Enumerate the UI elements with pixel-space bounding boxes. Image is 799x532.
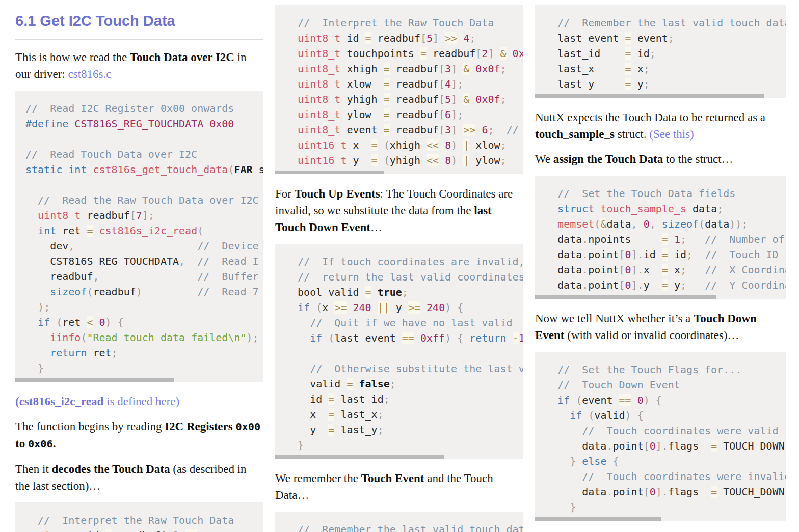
code-line: data.npoints = 1; // Number of touch poi…: [545, 232, 776, 247]
code-line: [25, 177, 253, 192]
code-line: uint8_t xlow = readbuf[4];: [285, 76, 513, 92]
text-run: to the struct…: [663, 153, 733, 165]
code-block-set-touch-flags[interactable]: // Set the Touch Flags for... // Touch D…: [535, 352, 786, 521]
heading-divider: [15, 39, 263, 40]
horizontal-scrollbar-thumb[interactable]: [15, 378, 174, 382]
nuttx-expects-paragraph: NuttX expects the Touch Data to be retur…: [535, 109, 786, 143]
code-line: // return the last valid coordinates: [285, 269, 513, 285]
code-line: // Read Touch Data over I2C: [25, 147, 253, 162]
code-line: last_id = id;: [545, 46, 776, 61]
bold-text: .: [53, 437, 56, 450]
code-line: // Read I2C Register 0x00 onwards: [25, 101, 253, 116]
code-line: if (ret < 0) {: [25, 315, 253, 330]
inline-link[interactable]: is defined here): [103, 395, 179, 408]
column-3: // Remember the last valid touch data la…: [535, 5, 786, 532]
code-line: }: [25, 360, 253, 376]
inline-link[interactable]: (See this): [649, 128, 694, 141]
text-run: For: [275, 187, 295, 200]
code-line: uint8_t readbuf[7];: [25, 208, 253, 223]
code-line: memset(&data, 0, sizeof(data));: [545, 216, 776, 232]
assign-paragraph: We assign the Touch Data to the struct…: [535, 151, 786, 167]
inline-link[interactable]: cst816s.c: [68, 68, 111, 80]
text-run: Now we tell NuttX whether it’s a: [535, 312, 694, 325]
code-line: data.point[0].flags = TOUCH_DOWN: [545, 484, 776, 499]
code-line: uint8_t touchpoints = readbuf[2] & 0x0f;: [285, 46, 513, 61]
code-line: // Set the Touch Flags for...: [545, 362, 776, 377]
code-line: // Interpret the Raw Touch Data: [25, 513, 253, 528]
inline-code: 0x06: [28, 438, 53, 450]
code-line: // If touch coordinates are invalid,: [285, 254, 513, 269]
horizontal-scrollbar-thumb[interactable]: [275, 455, 444, 459]
code-line: uint8_t id = readbuf[5] >> 4;: [25, 528, 253, 532]
code-line: readbuf, // Buffer: [25, 269, 253, 284]
code-block-remember-start[interactable]: // Remember the last valid touch data la…: [275, 512, 523, 532]
code-line: bool valid = true;: [285, 285, 513, 300]
horizontal-scrollbar-thumb[interactable]: [275, 171, 384, 174]
text-run: We remember the: [275, 472, 361, 485]
code-line: data.point[0].id = id; // Touch ID: [545, 247, 776, 262]
text-run: We: [535, 153, 553, 165]
code-line: if (event == 0) {: [545, 393, 776, 408]
code-line: if (x >= 240 || y >= 240) {: [285, 300, 513, 315]
horizontal-scrollbar-thumb[interactable]: [535, 517, 661, 521]
code-line: uint16_t y = (yhigh << 8) | ylow;: [285, 153, 513, 168]
code-line: uint8_t ylow = readbuf[6];: [285, 107, 513, 122]
code-line: struct touch_sample_s data;: [545, 201, 776, 216]
code-line: );: [25, 299, 253, 315]
code-block-interpret-start[interactable]: // Interpret the Raw Touch Data uint8_t …: [15, 502, 263, 532]
code-line: x = last_x;: [285, 407, 513, 422]
code-line: [25, 131, 253, 147]
remember-paragraph: We remember the Touch Event and the Touc…: [275, 470, 523, 503]
code-line: }: [545, 499, 776, 515]
then-decodes-paragraph: Then it decodes the Touch Data (as descr…: [15, 461, 263, 494]
code-line: valid = false;: [285, 376, 513, 391]
bold-text: to: [15, 437, 25, 450]
code-line: // Quit if we have no last valid: [285, 315, 513, 330]
code-line: // Read the Raw Touch Data over I2C: [25, 192, 253, 208]
code-line: return ret;: [25, 345, 253, 360]
text-run: (with valid or invalid coordinates)…: [565, 329, 739, 342]
code-block-invalid-coordinates[interactable]: // If touch coordinates are invalid, // …: [275, 244, 523, 459]
code-line: last_event = event;: [545, 31, 776, 46]
code-block-remember-last[interactable]: // Remember the last valid touch data la…: [535, 5, 786, 98]
bold-text: Touch Data over I2C: [130, 51, 234, 64]
code-line: data.point[0].y = y; // Y Coordinate: [545, 277, 776, 293]
code-line: } else {: [545, 454, 776, 469]
text-run: …: [370, 221, 382, 234]
code-line: int ret = cst816s_i2c_read(: [25, 223, 253, 238]
code-line: last_x = x;: [545, 61, 776, 76]
defined-here-paragraph: (cst816s_i2c_read is defined here): [15, 393, 263, 410]
code-line: // Set the Touch Data fields: [545, 186, 776, 201]
text-run: NuttX expects the Touch Data to be retur…: [535, 111, 765, 124]
code-block-read-touchdata[interactable]: // Read I2C Register 0x00 onwards#define…: [15, 91, 263, 382]
code-line: uint8_t id = readbuf[5] >> 4;: [285, 31, 513, 46]
article: 6.1 Get I2C Touch Data This is how we re…: [0, 0, 799, 532]
column-2: // Interpret the Raw Touch Data uint8_t …: [275, 5, 523, 532]
code-line: // Interpret the Raw Touch Data: [285, 15, 513, 31]
bold-text: assign the Touch Data: [553, 153, 663, 165]
code-block-interpret-raw[interactable]: // Interpret the Raw Touch Data uint8_t …: [275, 5, 523, 174]
bold-text: Touch Event: [361, 472, 424, 485]
section-heading: 6.1 Get I2C Touch Data: [15, 12, 263, 30]
code-line: uint8_t xhigh = readbuf[3] & 0x0f;: [285, 61, 513, 76]
touch-down-paragraph: Now we tell NuttX whether it’s a Touch D…: [535, 310, 786, 344]
code-line: uint16_t x = (xhigh << 8) | xlow;: [285, 137, 513, 153]
code-line: // Touch coordinates were invalid: [545, 469, 776, 484]
code-line: if (valid) {: [545, 408, 776, 423]
code-line: // Otherwise substitute the last valid: [285, 361, 513, 376]
horizontal-scrollbar-thumb[interactable]: [535, 295, 716, 299]
horizontal-scrollbar-thumb[interactable]: [535, 94, 764, 98]
code-line: // Touch coordinates were valid: [545, 423, 776, 438]
code-line: last_y = y;: [545, 76, 776, 92]
inline-link[interactable]: (cst816s_i2c_read: [15, 395, 103, 408]
code-line: dev, // Device: [25, 238, 253, 254]
text-run: Then it: [15, 463, 52, 475]
code-line: uint8_t yhigh = readbuf[5] & 0x0f;: [285, 92, 513, 107]
code-line: static int cst816s_get_touch_data(FAR st…: [25, 162, 253, 177]
code-block-set-touch-data[interactable]: // Set the Touch Data fields struct touc…: [535, 176, 786, 299]
code-line: // Remember the last valid touch data: [285, 522, 513, 532]
bold-text: Touch Up Events: [295, 187, 380, 200]
code-line: // Remember the last valid touch data: [545, 15, 776, 31]
function-begins-paragraph: The function begins by reading I2C Regis…: [15, 418, 263, 453]
code-line: data.point[0].x = x; // X Coordinate: [545, 262, 776, 277]
